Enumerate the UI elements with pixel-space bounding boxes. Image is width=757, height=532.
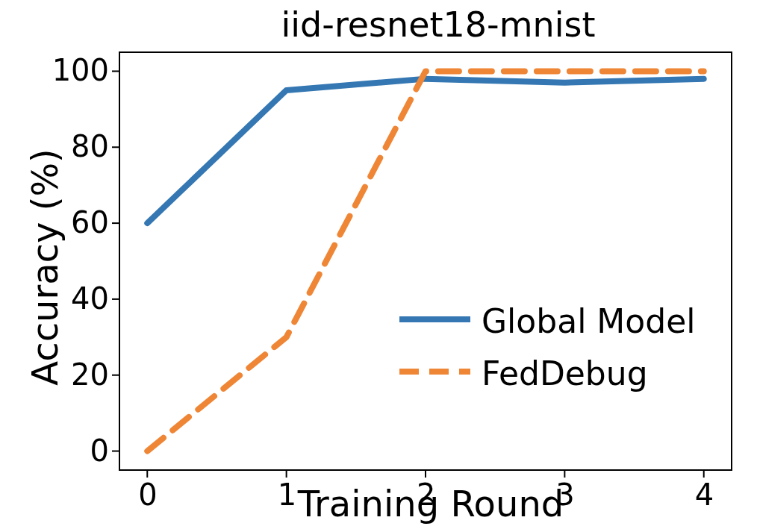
legend: Global Model FedDebug	[399, 291, 713, 410]
chart-container: iid-resnet18-mnist 01234 020406080100 Ac…	[0, 0, 757, 532]
y-tick-label: 20	[71, 357, 109, 392]
y-tick-label: 40	[71, 281, 109, 316]
x-axis-label: Training Round	[119, 483, 742, 525]
legend-label-global-model: Global Model	[482, 302, 695, 340]
chart-plot-area	[0, 0, 757, 532]
legend-label-feddebug: FedDebug	[482, 354, 648, 392]
y-axis-label: Accuracy (%)	[24, 43, 66, 491]
line-global-model	[147, 79, 703, 223]
y-tick-label: 0	[90, 434, 109, 468]
x-ticks	[147, 470, 703, 478]
y-tick-label: 80	[71, 129, 109, 163]
y-tick-label: 60	[71, 205, 109, 240]
y-ticks	[112, 71, 119, 451]
